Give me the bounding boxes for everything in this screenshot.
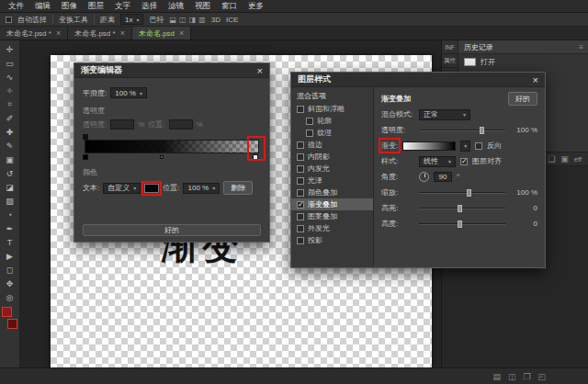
style-item[interactable]: 投影 [291,234,373,246]
stop-position-input[interactable] [169,119,193,130]
delete-stop-button[interactable]: 删除 [223,181,253,195]
style-item[interactable]: 内阴影 [291,151,373,163]
style-checkbox[interactable] [297,141,304,149]
align-icon[interactable]: ◫ [179,16,187,24]
style-item[interactable]: 轮廓 [291,115,373,127]
layer-style-ok-button[interactable]: 好的 [508,92,537,106]
gradient-overlay-preview[interactable] [402,141,456,151]
auto-select-checkbox[interactable] [6,17,12,23]
style-checkbox[interactable] [297,213,304,220]
layer-style-titlebar[interactable]: 图层样式 × [291,73,545,87]
menu-item[interactable]: 更多 [243,1,269,12]
gradient-name-select[interactable]: 自定义 ▾ [103,183,141,194]
ice-label[interactable]: ICE [226,16,238,24]
effects-label[interactable]: eff [574,155,582,164]
stop-opacity-input[interactable] [110,119,134,130]
angle-input[interactable]: 90 [434,172,452,182]
style-item[interactable]: 内发光 [291,163,373,175]
document-tab[interactable]: 未命名.psd × [132,27,191,40]
style-item[interactable]: 斜面和浮雕 [291,103,373,115]
menu-item[interactable]: 选择 [136,1,163,12]
menu-item[interactable]: 滤镜 [163,1,189,12]
tool-shape[interactable]: ◻ [2,263,18,277]
tool-quick-select[interactable]: ✧ [2,84,18,97]
bart-label[interactable]: 巴特 [149,15,164,25]
slider-handle[interactable] [458,220,462,228]
reverse-checkbox[interactable] [475,142,482,150]
style-checkbox[interactable] [297,165,304,173]
tool-lasso[interactable]: ∿ [2,70,18,84]
status-icon[interactable]: ❒ [523,372,530,381]
color-stop-mid[interactable] [160,155,164,159]
blending-options-item[interactable]: 混合选项 [291,89,373,103]
panel-tab[interactable]: 属性 [442,54,458,68]
mode-3d-label[interactable]: 3D [211,16,220,24]
style-checkbox[interactable] [297,237,304,244]
tool-eraser[interactable]: ◪ [2,180,18,194]
tool-blur[interactable]: ◔ [2,208,18,221]
tool-healing[interactable]: ✚ [2,125,18,139]
style-checkbox[interactable] [297,189,304,197]
tab-close-icon[interactable]: × [120,28,125,38]
tool-zoom[interactable]: ◎ [2,290,18,304]
align-icon[interactable]: ◨ [189,16,197,24]
gradient-editor-ok-button[interactable]: 好的 [83,224,261,236]
height-slider[interactable] [419,223,505,225]
smoothness-select[interactable]: 100 % ▾ [110,87,147,98]
tool-pen[interactable]: ✒ [2,221,18,235]
panel-icon[interactable]: ❑ [548,154,555,164]
status-icon[interactable]: ▤ [492,372,501,381]
tool-history-brush[interactable]: ↺ [2,166,18,180]
tab-close-icon[interactable]: × [56,28,61,38]
style-item[interactable]: 颜色叠加 [291,186,373,198]
tool-clone-stamp[interactable]: ▣ [2,152,18,166]
opacity-slider[interactable] [419,130,505,131]
history-panel-title[interactable]: 历史记录 [464,42,493,52]
tool-type[interactable]: T [2,235,18,249]
tab-close-icon[interactable]: × [179,28,184,38]
style-item[interactable]: 渐变叠加 [291,198,373,210]
close-icon[interactable]: × [533,74,538,85]
style-checkbox[interactable] [297,225,304,232]
align-icon[interactable]: ⬓ [169,16,176,24]
slider-handle[interactable] [467,189,471,197]
align-icon[interactable]: ▥ [198,16,206,24]
tool-marquee[interactable]: ▭ [2,56,18,70]
style-checkbox[interactable] [297,106,304,113]
style-checkbox[interactable] [297,177,304,185]
slider-handle[interactable] [480,127,484,134]
document-tab[interactable]: 未命名.psd * × [68,27,132,40]
style-checkbox[interactable] [297,153,304,161]
menu-item[interactable]: 视图 [189,1,216,12]
style-checkbox[interactable] [306,130,313,137]
gradient-ramp[interactable] [85,140,259,153]
stop-color-swatch[interactable] [144,184,159,193]
history-step[interactable]: 打开 [458,54,588,70]
tool-path-select[interactable]: ▶ [2,249,18,263]
style-checkbox[interactable] [306,118,313,125]
tool-eyedropper[interactable]: ✐ [2,111,18,125]
status-icon[interactable]: ◫ [508,372,516,381]
tool-gradient[interactable]: ▨ [2,194,18,208]
document-tab[interactable]: 未命名2.psd * × [0,27,68,40]
style-item[interactable]: 纹理 [291,127,373,139]
menu-item[interactable]: 图像 [56,1,83,12]
style-item[interactable]: 光泽 [291,175,373,186]
close-icon[interactable]: × [257,65,263,76]
gradient-picker-caret[interactable]: ▾ [460,141,470,152]
gradient-style-select[interactable]: 线性 ▾ [419,156,456,167]
menu-item[interactable]: 窗口 [216,1,243,12]
angle-dial[interactable] [419,172,429,182]
style-checkbox[interactable] [297,201,304,209]
status-icon[interactable]: ◰ [537,372,546,381]
blend-mode-select[interactable]: 正常 ▾ [419,109,470,120]
foreground-color-swatch[interactable] [2,307,12,317]
tool-crop[interactable]: ⌗ [2,97,18,111]
menu-item[interactable]: 图层 [83,1,109,12]
menu-item[interactable]: 文件 [3,1,29,12]
highlight-slider[interactable] [419,208,505,209]
style-item[interactable]: 外发光 [291,222,373,234]
tool-brush[interactable]: ✎ [2,139,18,152]
panel-icon[interactable]: ▣ [560,154,569,164]
style-item[interactable]: 图案叠加 [291,210,373,222]
